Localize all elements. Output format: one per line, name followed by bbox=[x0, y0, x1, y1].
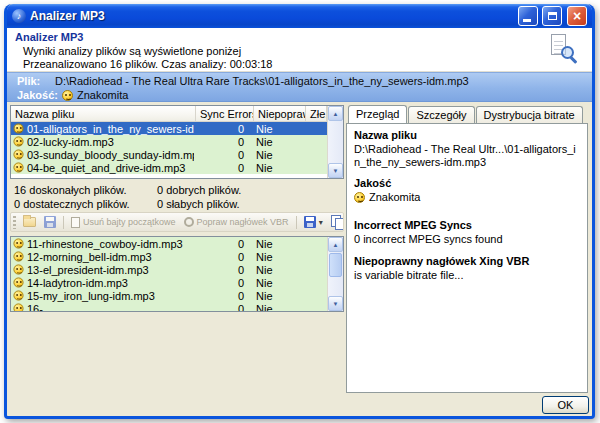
tab-przeglad[interactable]: Przegląd bbox=[348, 105, 407, 123]
file-list-2: 11-rhinestone_cowboy-idm.mp3 0 Nie 12-mo… bbox=[10, 236, 344, 312]
copy-button[interactable] bbox=[328, 214, 344, 231]
down-arrow-icon: ▼ bbox=[333, 168, 339, 174]
table-row[interactable]: 14-ladytron-idm.mp3 0 Nie bbox=[11, 276, 327, 289]
save-menu-button[interactable]: ▾ bbox=[301, 214, 326, 231]
summary-excellent: 16 doskonałych plików. bbox=[14, 184, 127, 196]
detail-file-heading: Nazwa pliku bbox=[354, 129, 580, 141]
table-row[interactable]: 01-alligators_in_the_ny_sewers-idm.mp3 0… bbox=[11, 122, 327, 135]
file-name-cell: 12-morning_bell-idm.mp3 bbox=[27, 251, 194, 263]
save-icon bbox=[304, 216, 316, 228]
title-bar[interactable]: Analizer MP3 × bbox=[7, 4, 592, 28]
fix-vbr-header-button[interactable]: Popraw nagłówek VBR bbox=[181, 214, 292, 231]
invalid-cell: Nie bbox=[252, 136, 304, 148]
detail-sync-value: 0 incorrect MPEG syncs found bbox=[354, 233, 580, 246]
table-row[interactable]: 12-morning_bell-idm.mp3 0 Nie bbox=[11, 250, 327, 263]
open-button[interactable] bbox=[20, 214, 39, 231]
detail-vbr-heading: Niepoprawny nagłówek Xing VBR bbox=[354, 255, 580, 267]
tab-szczegoly[interactable]: Szczegóły bbox=[408, 106, 474, 123]
file-name-cell: 01-alligators_in_the_ny_sewers-idm.mp3 bbox=[27, 123, 194, 135]
file-name-cell: 16-... bbox=[27, 303, 194, 312]
file-name-cell: 03-sunday_bloody_sunday-idm.mp3 bbox=[27, 149, 194, 161]
current-file-row: Plik: D:\Radiohead - The Real Ultra Rare… bbox=[17, 75, 469, 87]
invalid-cell: Nie bbox=[252, 264, 304, 276]
smiley-icon bbox=[13, 303, 23, 311]
ok-button[interactable]: OK bbox=[542, 396, 589, 414]
file-name-cell: 11-rhinestone_cowboy-idm.mp3 bbox=[27, 238, 194, 250]
scroll-thumb[interactable] bbox=[329, 253, 342, 277]
smiley-icon bbox=[13, 264, 23, 274]
scrollbar[interactable]: ▲ ▼ bbox=[327, 237, 343, 311]
sync-errors-cell: 0 bbox=[194, 277, 252, 289]
invalid-cell: Nie bbox=[252, 162, 304, 174]
invalid-cell: Nie bbox=[252, 123, 304, 135]
maximize-button[interactable] bbox=[542, 6, 562, 26]
smiley-icon bbox=[13, 290, 23, 300]
detail-quality-value: Znakomita bbox=[369, 191, 420, 203]
table-row[interactable]: 15-my_iron_lung-idm.mp3 0 Nie bbox=[11, 289, 327, 302]
file-info-bar: Plik: D:\Radiohead - The Real Ultra Rare… bbox=[7, 72, 592, 102]
detail-tabs: Przegląd Szczegóły Dystrybucja bitrate bbox=[346, 105, 583, 123]
file-name-cell: 02-lucky-idm.mp3 bbox=[27, 136, 194, 148]
toolbar: Usuń bajty początkowe Popraw nagłówek VB… bbox=[10, 212, 344, 232]
table-row[interactable]: 03-sunday_bloody_sunday-idm.mp3 0 Nie bbox=[11, 148, 327, 161]
overview-panel: Nazwa pliku D:\Radiohead - The Real Ultr… bbox=[346, 123, 588, 393]
file-list-2-body: 11-rhinestone_cowboy-idm.mp3 0 Nie 12-mo… bbox=[11, 237, 327, 311]
toolbar-grip[interactable] bbox=[13, 216, 16, 229]
table-row[interactable]: 13-el_president-idm.mp3 0 Nie bbox=[11, 263, 327, 276]
minimize-button[interactable] bbox=[518, 6, 538, 26]
file-path: D:\Radiohead - The Real Ultra Rare Track… bbox=[55, 75, 469, 87]
quality-row: Jakość: Znakomita bbox=[17, 89, 128, 101]
sync-errors-cell: 0 bbox=[194, 123, 252, 135]
smiley-icon bbox=[13, 238, 23, 248]
analysis-stats: Przeanalizowano 16 plików. Czas analizy:… bbox=[23, 58, 272, 70]
table-row[interactable]: 16-... 0 Nie bbox=[11, 302, 327, 311]
invalid-cell: Nie bbox=[252, 277, 304, 289]
smiley-icon bbox=[13, 136, 23, 146]
table-row[interactable]: 11-rhinestone_cowboy-idm.mp3 0 Nie bbox=[11, 237, 327, 250]
file-name-cell: 04-be_quiet_and_drive-idm.mp3 bbox=[27, 162, 194, 174]
tab-dystrybucja-bitrate[interactable]: Dystrybucja bitrate bbox=[476, 106, 583, 123]
close-button[interactable]: × bbox=[567, 6, 587, 26]
maximize-icon bbox=[548, 12, 557, 20]
analizer-mp3-window: Analizer MP3 × Analizer MP3 Wyniki anali… bbox=[4, 4, 595, 419]
scroll-down-button[interactable]: ▼ bbox=[328, 296, 343, 311]
column-header-invalid[interactable]: Niepopraw... bbox=[254, 106, 306, 122]
save-report-button[interactable] bbox=[41, 214, 59, 231]
client-area: Analizer MP3 Wyniki analizy plików są wy… bbox=[7, 28, 592, 416]
sync-errors-cell: 0 bbox=[194, 303, 252, 312]
table-row[interactable]: 02-lucky-idm.mp3 0 Nie bbox=[11, 135, 327, 148]
invalid-cell: Nie bbox=[252, 290, 304, 302]
toolbar-separator bbox=[63, 216, 64, 229]
up-arrow-icon: ▲ bbox=[333, 111, 339, 117]
remove-leading-bytes-button[interactable]: Usuń bajty początkowe bbox=[68, 214, 179, 231]
scroll-up-button[interactable]: ▲ bbox=[328, 106, 343, 121]
document-icon bbox=[71, 217, 80, 228]
summary-panel: 16 doskonałych plików. 0 dobrych plików.… bbox=[10, 184, 344, 210]
down-arrow-icon: ▼ bbox=[333, 301, 339, 307]
sync-errors-cell: 0 bbox=[194, 162, 252, 174]
analyze-document-icon bbox=[548, 34, 576, 66]
detail-sync-heading: Incorrect MPEG Syncs bbox=[354, 219, 580, 231]
invalid-cell: Nie bbox=[252, 303, 304, 312]
table-row[interactable]: 04-be_quiet_and_drive-idm.mp3 0 Nie bbox=[11, 161, 327, 174]
quality-value: Znakomita bbox=[77, 89, 128, 101]
sync-errors-cell: 0 bbox=[194, 264, 252, 276]
scroll-down-button[interactable]: ▼ bbox=[328, 163, 343, 178]
smiley-icon bbox=[13, 123, 23, 133]
scrollbar[interactable]: ▲ ▼ bbox=[327, 106, 343, 178]
smiley-icon bbox=[354, 192, 365, 203]
page-subtitle: Wyniki analizy plików są wyświetlone pon… bbox=[23, 45, 241, 57]
file-name-cell: 15-my_iron_lung-idm.mp3 bbox=[27, 290, 194, 302]
quality-label: Jakość: bbox=[17, 89, 58, 101]
column-header-bad[interactable]: Złe... bbox=[306, 106, 327, 122]
detail-file-path: D:\Radiohead - The Real Ultr...\01-allig… bbox=[354, 143, 580, 169]
app-icon bbox=[12, 9, 26, 23]
smiley-icon bbox=[13, 277, 23, 287]
sync-errors-cell: 0 bbox=[194, 136, 252, 148]
scroll-up-button[interactable]: ▲ bbox=[328, 237, 343, 252]
summary-poor: 0 słabych plików. bbox=[157, 198, 240, 210]
sync-errors-cell: 0 bbox=[194, 238, 252, 250]
column-header-sync-errors[interactable]: Sync Errors bbox=[196, 106, 254, 122]
column-header-name[interactable]: Nazwa pliku bbox=[11, 106, 196, 122]
window-title: Analizer MP3 bbox=[30, 9, 514, 23]
